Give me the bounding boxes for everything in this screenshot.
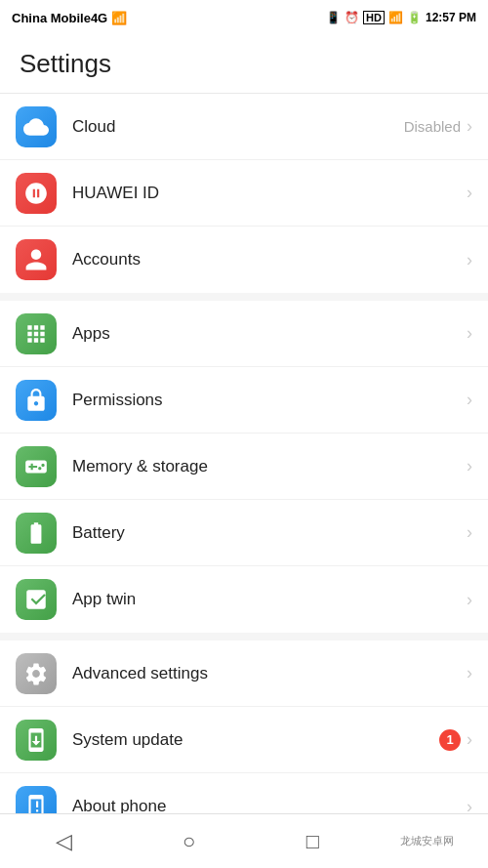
accounts-label: Accounts: [72, 250, 467, 269]
accounts-chevron: ›: [467, 250, 472, 270]
recent-button[interactable]: □: [277, 821, 348, 862]
app-twin-right: ›: [467, 590, 472, 610]
advanced-right: ›: [467, 663, 472, 683]
system-update-right: 1 ›: [439, 729, 472, 751]
advanced-icon: [16, 653, 57, 694]
battery-icon: 🔋: [407, 11, 422, 24]
settings-item-cloud[interactable]: Cloud Disabled ›: [0, 94, 488, 160]
battery-chevron: ›: [467, 522, 472, 543]
huawei-id-right: ›: [467, 183, 472, 203]
settings-item-system-update[interactable]: System update 1 ›: [0, 707, 488, 773]
about-phone-right: ›: [467, 797, 472, 814]
wifi-icon: 📶: [388, 11, 403, 24]
settings-item-about[interactable]: About phone ›: [0, 773, 488, 813]
status-bar: China Mobile4G 📶 📱 ⏰ HD 📶 🔋 12:57 PM: [0, 0, 488, 35]
advanced-label: Advanced settings: [72, 664, 467, 683]
memory-icon: [16, 446, 57, 487]
permissions-label: Permissions: [72, 391, 467, 410]
settings-item-app-twin[interactable]: App twin ›: [0, 566, 488, 633]
cloud-right: Disabled ›: [404, 116, 472, 137]
apps-icon: [16, 313, 57, 354]
time-display: 12:57 PM: [426, 11, 476, 24]
app-twin-chevron: ›: [467, 590, 472, 610]
signal-icon: 📶: [111, 11, 127, 25]
branding-area: 龙城安卓网: [400, 834, 454, 848]
advanced-chevron: ›: [467, 663, 472, 683]
page-title-bar: Settings: [0, 35, 488, 94]
apps-chevron: ›: [467, 323, 472, 344]
settings-item-advanced[interactable]: Advanced settings ›: [0, 641, 488, 707]
settings-item-huawei-id[interactable]: HUAWEI ID ›: [0, 160, 488, 227]
home-button[interactable]: ○: [153, 821, 224, 862]
accounts-right: ›: [467, 250, 472, 270]
status-right: 📱 ⏰ HD 📶 🔋 12:57 PM: [326, 11, 476, 24]
cloud-chevron: ›: [467, 116, 472, 137]
memory-right: ›: [467, 456, 472, 476]
settings-item-apps[interactable]: Apps ›: [0, 301, 488, 367]
status-left: China Mobile4G 📶: [12, 11, 127, 25]
carrier-text: China Mobile4G: [12, 11, 107, 25]
settings-group-account: Cloud Disabled › HUAWEI ID › Accounts ›: [0, 94, 488, 293]
system-update-badge: 1: [439, 729, 461, 751]
apps-right: ›: [467, 323, 472, 344]
about-phone-icon: [16, 786, 57, 813]
about-phone-chevron: ›: [467, 797, 472, 814]
settings-item-battery[interactable]: Battery ›: [0, 500, 488, 566]
battery-icon-item: [16, 513, 57, 554]
cloud-status: Disabled: [404, 118, 461, 135]
phone-icon: 📱: [326, 11, 341, 24]
system-update-label: System update: [72, 730, 439, 750]
hd-icon: HD: [363, 11, 385, 24]
settings-item-accounts[interactable]: Accounts ›: [0, 227, 488, 293]
back-button[interactable]: ◁: [26, 821, 102, 862]
branding-text: 龙城安卓网: [400, 834, 454, 848]
apps-label: Apps: [72, 324, 467, 344]
huawei-chevron: ›: [467, 183, 472, 203]
permissions-right: ›: [467, 390, 472, 410]
cloud-icon: [16, 106, 57, 147]
system-update-icon: [16, 720, 57, 761]
settings-group-system: Advanced settings › System update 1 › Ab…: [0, 641, 488, 813]
permissions-chevron: ›: [467, 390, 472, 410]
settings-item-permissions[interactable]: Permissions ›: [0, 367, 488, 434]
page-title: Settings: [20, 49, 468, 79]
bottom-nav: ◁ ○ □ 龙城安卓网: [0, 813, 488, 868]
huawei-icon: [16, 173, 57, 214]
settings-content: Cloud Disabled › HUAWEI ID › Accounts ›: [0, 94, 488, 813]
settings-group-apps: Apps › Permissions › Memory & storage ›: [0, 301, 488, 633]
huawei-id-label: HUAWEI ID: [72, 184, 467, 203]
cloud-label: Cloud: [72, 117, 404, 137]
memory-chevron: ›: [467, 456, 472, 476]
battery-label: Battery: [72, 523, 467, 543]
about-phone-label: About phone: [72, 797, 467, 813]
app-twin-icon: [16, 579, 57, 620]
memory-label: Memory & storage: [72, 457, 467, 476]
system-update-chevron: ›: [467, 729, 472, 750]
settings-item-memory[interactable]: Memory & storage ›: [0, 434, 488, 500]
app-twin-label: App twin: [72, 590, 467, 609]
battery-right: ›: [467, 522, 472, 543]
accounts-icon: [16, 239, 57, 280]
alarm-icon: ⏰: [345, 11, 359, 24]
permissions-icon: [16, 380, 57, 421]
